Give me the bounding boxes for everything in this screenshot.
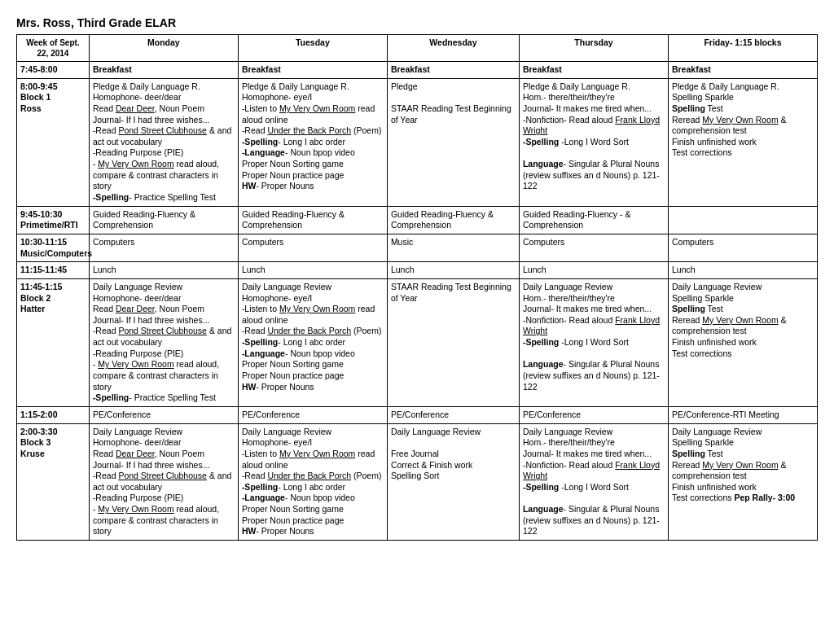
table-row: 11:15-11:45 Lunch Lunch Lunch Lunch Lunc… [17,262,818,279]
cell-fri: Lunch [668,262,817,279]
cell-fri: PE/Conference-RTI Meeting [668,406,817,423]
cell-thu: Pledge & Daily Language R. Hom.- there/t… [519,78,668,206]
cell-wed: Guided Reading-Fluency & Comprehension [387,206,519,234]
cell-fri: Daily Language Review Spelling Sparkle S… [668,278,817,406]
cell-fri: Computers [668,234,817,261]
cell-thu: Lunch [519,262,668,279]
cell-fri: Pledge & Daily Language R. Spelling Spar… [668,78,817,206]
cell-thu: Daily Language Review Hom.- there/their/… [519,278,668,406]
cell-wed: Lunch [387,262,519,279]
cell-mon: Breakfast [89,62,238,79]
cell-wed: Daily Language Review Free Journal Corre… [387,423,519,540]
cell-mon: Daily Language Review Homophone- deer/de… [89,423,238,540]
cell-fri [668,206,817,234]
cell-mon: Pledge & Daily Language R. Homophone- de… [89,78,238,206]
table-row: 9:45-10:30Primetime/RTI Guided Reading-F… [17,206,818,234]
cell-mon: Computers [89,234,238,261]
cell-tue: PE/Conference [238,406,387,423]
col-tuesday: Tuesday [238,35,387,62]
cell-mon: Guided Reading-Fluency & Comprehension [89,206,238,234]
table-row: 10:30-11:15Music/Computers Computers Com… [17,234,818,261]
time-cell: 10:30-11:15Music/Computers [17,234,90,261]
time-cell: 8:00-9:45Block 1Ross [17,78,90,206]
cell-thu: Guided Reading-Fluency - & Comprehension [519,206,668,234]
cell-mon: Lunch [89,262,238,279]
time-cell: 11:45-1:15Block 2Hatter [17,278,90,406]
cell-tue: Guided Reading-Fluency & Comprehension [238,206,387,234]
cell-mon: Daily Language Review Homophone- deer/de… [89,278,238,406]
cell-thu: PE/Conference [519,406,668,423]
table-row: 11:45-1:15Block 2Hatter Daily Language R… [17,278,818,406]
col-wednesday: Wednesday [387,35,519,62]
cell-thu: Daily Language Review Hom.- there/their/… [519,423,668,540]
cell-tue: Daily Language Review Homophone- eye/I -… [238,423,387,540]
cell-wed: Breakfast [387,62,519,79]
cell-fri: Breakfast [668,62,817,79]
cell-tue: Computers [238,234,387,261]
time-cell: 7:45-8:00 [17,62,90,79]
cell-fri: Daily Language Review Spelling Sparkle S… [668,423,817,540]
cell-thu: Breakfast [519,62,668,79]
col-monday: Monday [89,35,238,62]
time-cell: 1:15-2:00 [17,406,90,423]
week-cell: Week of Sept. 22, 2014 [17,35,90,62]
header-row: Week of Sept. 22, 2014 Monday Tuesday We… [17,35,818,62]
time-cell: 11:15-11:45 [17,262,90,279]
cell-tue: Daily Language Review Homophone- eye/I -… [238,278,387,406]
table-row: 2:00-3:30Block 3Kruse Daily Language Rev… [17,423,818,540]
table-row: 8:00-9:45Block 1Ross Pledge & Daily Lang… [17,78,818,206]
table-row: 1:15-2:00 PE/Conference PE/Conference PE… [17,406,818,423]
cell-wed: Pledge STAAR Reading Test Beginning of Y… [387,78,519,206]
cell-wed: PE/Conference [387,406,519,423]
time-cell: 9:45-10:30Primetime/RTI [17,206,90,234]
cell-tue: Breakfast [238,62,387,79]
cell-wed: STAAR Reading Test Beginning of Year [387,278,519,406]
col-friday: Friday- 1:15 blocks [668,35,817,62]
cell-thu: Computers [519,234,668,261]
table-row: 7:45-8:00 Breakfast Breakfast Breakfast … [17,62,818,79]
page-title: Mrs. Ross, Third Grade ELAR [16,16,818,29]
cell-tue: Pledge & Daily Language R. Homophone- ey… [238,78,387,206]
cell-tue: Lunch [238,262,387,279]
col-thursday: Thursday [519,35,668,62]
cell-wed: Music [387,234,519,261]
cell-mon: PE/Conference [89,406,238,423]
time-cell: 2:00-3:30Block 3Kruse [17,423,90,540]
